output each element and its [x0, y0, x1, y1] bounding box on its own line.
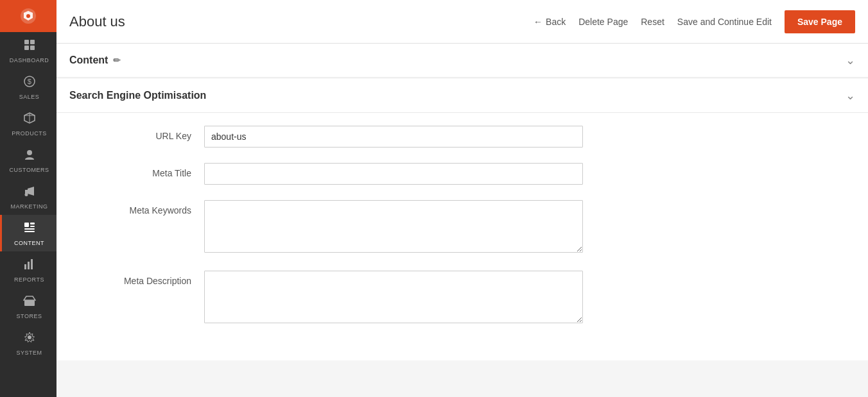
back-button[interactable]: ← Back: [534, 17, 566, 27]
meta-description-field: [204, 271, 583, 326]
meta-title-row: Meta Title: [76, 163, 849, 185]
svg-rect-18: [34, 263, 35, 264]
svg-rect-12: [30, 226, 35, 227]
seo-section: Search Engine Optimisation ⌄ URL Key Met…: [56, 79, 868, 360]
sidebar-item-marketing[interactable]: MARKETING: [0, 178, 56, 215]
marketing-icon: [23, 185, 36, 201]
sidebar-item-products-label: PRODUCTS: [12, 130, 47, 137]
sidebar-item-stores-label: STORES: [17, 313, 42, 319]
svg-text:$: $: [27, 78, 31, 85]
header-actions: ← Back Delete Page Reset Save and Contin…: [534, 10, 855, 33]
sidebar-item-sales-label: SALES: [19, 94, 40, 100]
sidebar-logo: [0, 0, 56, 32]
main-content: About us ← Back Delete Page Reset Save a…: [56, 0, 868, 397]
content-section: Content ✏ ⌄: [56, 44, 868, 78]
dashboard-icon: [23, 38, 36, 55]
meta-description-label: Meta Description: [76, 271, 204, 286]
meta-keywords-row: Meta Keywords: [76, 200, 849, 255]
sidebar-item-system-label: SYSTEM: [16, 350, 42, 356]
back-arrow-icon: ←: [534, 17, 542, 27]
seo-collapse-icon[interactable]: ⌄: [846, 89, 855, 103]
products-icon: [23, 112, 36, 128]
meta-title-label: Meta Title: [76, 163, 204, 178]
sidebar-item-system[interactable]: SYSTEM: [0, 325, 56, 361]
sidebar-item-reports-label: REPORTS: [14, 276, 44, 283]
sidebar-item-content[interactable]: CONTENT: [0, 215, 56, 251]
sidebar-item-products[interactable]: PRODUCTS: [0, 105, 56, 142]
sidebar-item-dashboard-label: DASHBOARD: [10, 57, 49, 63]
meta-description-row: Meta Description: [76, 271, 849, 326]
svg-rect-17: [31, 259, 33, 269]
svg-rect-14: [24, 231, 35, 232]
url-key-field: [204, 126, 583, 148]
save-page-button[interactable]: Save Page: [785, 10, 855, 33]
url-key-row: URL Key: [76, 126, 849, 148]
svg-rect-4: [24, 46, 29, 50]
seo-section-header[interactable]: Search Engine Optimisation ⌄: [56, 79, 868, 113]
page-title: About us: [69, 13, 521, 30]
svg-rect-13: [24, 228, 35, 230]
sidebar-item-reports[interactable]: REPORTS: [0, 251, 56, 288]
sidebar-item-sales[interactable]: $ SALES: [0, 69, 56, 105]
url-key-label: URL Key: [76, 126, 204, 141]
svg-point-8: [27, 150, 32, 155]
url-key-input[interactable]: [204, 126, 583, 148]
customers-icon: [23, 148, 36, 164]
sidebar-item-marketing-label: MARKETING: [10, 203, 48, 210]
sidebar-item-content-label: CONTENT: [14, 240, 44, 246]
meta-keywords-label: Meta Keywords: [76, 200, 204, 215]
system-icon: [23, 331, 36, 347]
save-continue-button[interactable]: Save and Continue Edit: [677, 17, 772, 27]
svg-rect-16: [28, 262, 30, 269]
page-header: About us ← Back Delete Page Reset Save a…: [56, 0, 868, 44]
meta-keywords-field: [204, 200, 583, 255]
svg-point-9: [24, 193, 28, 196]
meta-title-input[interactable]: [204, 163, 583, 185]
svg-rect-11: [30, 223, 35, 224]
meta-title-field: [204, 163, 583, 185]
reset-button[interactable]: Reset: [641, 17, 664, 27]
sidebar: DASHBOARD $ SALES PRODUCTS CUSTOM: [0, 0, 56, 397]
seo-section-title: Search Engine Optimisation: [69, 90, 206, 101]
svg-rect-3: [30, 40, 35, 44]
form-content-area: Content ✏ ⌄ Search Engine Optimisation ⌄…: [56, 44, 868, 397]
sidebar-item-stores[interactable]: STORES: [0, 288, 56, 325]
content-section-title: Content ✏: [69, 55, 121, 66]
meta-keywords-input[interactable]: [204, 200, 583, 253]
svg-rect-10: [24, 223, 29, 227]
content-edit-icon[interactable]: ✏: [113, 55, 121, 65]
meta-description-input[interactable]: [204, 271, 583, 323]
reports-icon: [23, 258, 36, 274]
content-icon: [23, 221, 36, 237]
content-collapse-icon[interactable]: ⌄: [846, 53, 855, 67]
content-section-header[interactable]: Content ✏ ⌄: [56, 44, 868, 78]
svg-rect-15: [24, 264, 26, 269]
delete-page-button[interactable]: Delete Page: [578, 17, 628, 27]
svg-rect-5: [30, 46, 35, 50]
sidebar-item-customers-label: CUSTOMERS: [10, 167, 49, 173]
stores-icon: [23, 294, 36, 310]
svg-rect-2: [24, 40, 29, 44]
sidebar-item-customers[interactable]: CUSTOMERS: [0, 142, 56, 178]
sidebar-item-dashboard[interactable]: DASHBOARD: [0, 32, 56, 69]
svg-point-1: [26, 14, 30, 18]
svg-rect-20: [28, 302, 31, 306]
svg-point-21: [28, 335, 31, 339]
seo-section-body: URL Key Meta Title Meta Keywords: [56, 113, 868, 360]
sales-icon: $: [23, 75, 36, 91]
